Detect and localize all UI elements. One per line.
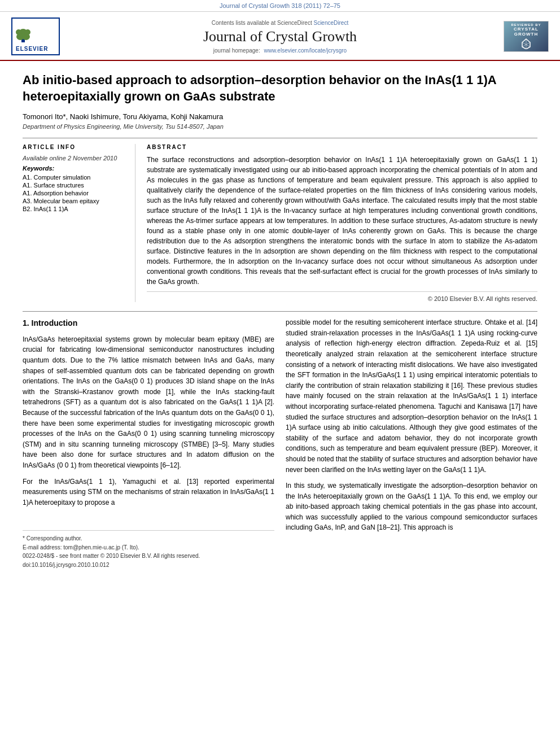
intro-heading: 1. Introduction (23, 317, 274, 330)
intro-para-2: For the InAs/GaAs(1 1 1), Yamaguchi et a… (23, 477, 274, 508)
divider-top (23, 138, 537, 138)
footnote-corresponding: * Corresponding author. (23, 534, 274, 543)
elsevier-logo-area: ELSEVIER (11, 18, 79, 55)
keyword-5: B2. InAs(1 1 1)A (23, 206, 127, 212)
homepage-line: journal homepage: www.elsevier.com/locat… (79, 47, 481, 54)
copyright-line: © 2010 Elsevier B.V. All rights reserved… (147, 291, 537, 302)
abstract-column: ABSTRACT The surface reconstructions and… (147, 144, 537, 302)
abstract-heading: ABSTRACT (147, 144, 537, 150)
body-right-column: possible model for the resulting semicoh… (286, 317, 537, 569)
keywords-list: A1. Computer simulation A1. Surface stru… (23, 174, 127, 212)
journal-citation-bar: Journal of Crystal Growth 318 (2011) 72–… (0, 0, 560, 12)
article-affiliation: Department of Physics Engineering, Mie U… (23, 123, 537, 130)
footnote-email: E-mail address: tom@phen.mie-u.ac.jp (T.… (23, 543, 274, 552)
article-info-heading: ARTICLE INFO (23, 144, 127, 150)
crystal-growth-logo-area: REVIEWED BY CRYSTAL GROWTH (481, 21, 549, 52)
intro-para-1: InAs/GaAs heteroepitaxial systems grown … (23, 334, 274, 471)
article-title: Ab initio-based approach to adsorption–d… (23, 72, 537, 104)
keyword-1: A1. Computer simulation (23, 174, 127, 181)
elsevier-tree-icon (16, 21, 55, 43)
svg-point-5 (25, 29, 30, 35)
sciencedirect-link[interactable]: ScienceDirect (313, 20, 348, 26)
abstract-text: The surface reconstructions and adsorpti… (147, 155, 537, 287)
body-left-column: 1. Introduction InAs/GaAs heteroepitaxia… (23, 317, 274, 569)
journal-title-area: Contents lists available at ScienceDirec… (79, 20, 481, 54)
homepage-url[interactable]: www.elsevier.com/locate/jcrysgro (264, 47, 347, 54)
divider-body (23, 311, 537, 312)
article-authors: Tomonori Ito*, Naoki Ishimure, Toru Akiy… (23, 112, 537, 121)
available-online: Available online 2 November 2010 (23, 155, 127, 161)
keyword-3: A1. Adsorption behavior (23, 190, 127, 196)
footnote-issn: 0022-0248/$ - see front matter © 2010 El… (23, 552, 274, 561)
footnotes-section: * Corresponding author. E-mail address: … (23, 530, 274, 569)
footnote-doi: doi:10.1016/j.jcrysgro.2010.10.012 (23, 561, 274, 570)
elsevier-logo: ELSEVIER (11, 18, 60, 55)
article-content: Ab initio-based approach to adsorption–d… (0, 61, 560, 580)
elsevier-text: ELSEVIER (16, 46, 55, 52)
journal-citation-text: Journal of Crystal Growth 318 (2011) 72–… (220, 2, 340, 9)
article-info-abstract-row: ARTICLE INFO Available online 2 November… (23, 144, 537, 302)
crystal-growth-logo: REVIEWED BY CRYSTAL GROWTH (504, 21, 549, 52)
body-right-para-2: In this study, we systematically investi… (286, 480, 537, 533)
svg-point-4 (16, 29, 21, 35)
body-two-column: 1. Introduction InAs/GaAs heteroepitaxia… (23, 317, 537, 569)
contents-available-line: Contents lists available at ScienceDirec… (79, 20, 481, 26)
keyword-4: A3. Molecular beam epitaxy (23, 198, 127, 204)
keywords-heading: Keywords: (23, 165, 127, 172)
journal-main-title: Journal of Crystal Growth (79, 28, 481, 45)
keyword-2: A1. Surface structures (23, 182, 127, 189)
journal-header: ELSEVIER Contents lists available at Sci… (0, 12, 560, 61)
body-right-para-1: possible model for the resulting semicoh… (286, 317, 537, 475)
article-info-column: ARTICLE INFO Available online 2 November… (23, 144, 135, 302)
